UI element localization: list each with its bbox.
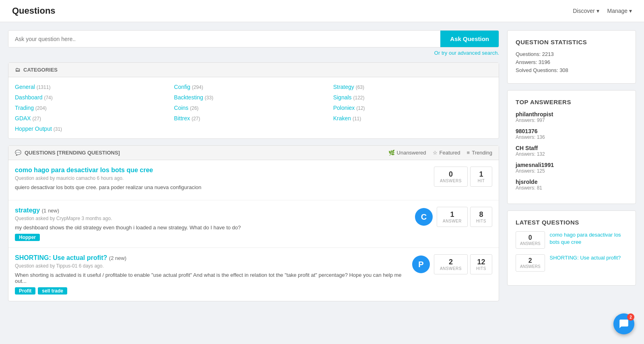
latest-answers-count: 2: [520, 257, 541, 264]
answerer-count: Answers: 136: [516, 134, 627, 140]
sidebar: QUESTION STATISTICS Questions: 2213 Answ…: [507, 30, 636, 308]
question-tags: Profit sell trade: [15, 287, 406, 295]
category-item[interactable]: Hopper Output (31): [15, 126, 174, 132]
category-link[interactable]: Backtesting: [174, 94, 203, 101]
answers-stat: 2 ANSWERS: [434, 254, 468, 274]
page-title: Questions: [12, 6, 56, 16]
category-item[interactable]: Bittrex (27): [174, 115, 333, 122]
category-link[interactable]: General: [15, 84, 35, 90]
latest-question-title[interactable]: como hago para desactivar los bots que c…: [550, 231, 627, 246]
answerer-name[interactable]: 9801376: [516, 128, 627, 134]
header-nav: Discover ▾ Manage ▾: [573, 8, 632, 14]
category-count: (11): [353, 116, 361, 122]
answers-stat: 0 ANSWERS: [434, 167, 468, 187]
question-content: como hago para desactivar los bots que c…: [15, 167, 201, 194]
category-count: (74): [44, 95, 52, 101]
category-link[interactable]: Poloniex: [333, 105, 355, 111]
hits-count: 8: [476, 210, 486, 219]
latest-answers-label: ANSWERS: [520, 241, 541, 246]
question-tags: Hopper: [15, 234, 241, 241]
answerer-name[interactable]: hjsrolde: [516, 179, 627, 185]
category-count: (27): [33, 116, 41, 122]
answerer-count: Answers: 132: [516, 151, 627, 157]
questions-filters: 🌿 Unanswered ☆ Featured ≡ Trending: [388, 150, 492, 156]
answers-stat-row: Answers: 3196: [516, 59, 627, 65]
questions-section: 💬 QUESTIONS [TRENDING QUESTIONS] 🌿 Unans…: [8, 145, 499, 301]
category-item[interactable]: Poloniex (12): [333, 105, 492, 111]
answerer-name[interactable]: jamesnali1991: [516, 162, 627, 168]
list-icon: ≡: [467, 150, 470, 156]
latest-stat-box: 0 ANSWERS: [516, 231, 545, 249]
main-content: Ask Question Or try our advanced search.…: [8, 30, 499, 308]
question-title[interactable]: como hago para desactivar los bots que c…: [15, 167, 201, 174]
category-count: (1311): [37, 84, 51, 90]
answerer-item: CH Staff Answers: 132: [516, 145, 627, 157]
category-link[interactable]: Hopper Output: [15, 126, 52, 132]
question-title-row: strategy (1 new) Question asked by CrypM…: [15, 207, 492, 241]
latest-question-item: 2 ANSWERS SHORTING: Use actual profit?: [516, 254, 627, 272]
manage-nav[interactable]: Manage ▾: [607, 8, 632, 14]
answerer-item: hjsrolde Answers: 81: [516, 179, 627, 191]
category-link[interactable]: Bittrex: [174, 115, 190, 122]
ask-question-button[interactable]: Ask Question: [440, 31, 499, 47]
advanced-search-link[interactable]: Or try our advanced search.: [8, 50, 499, 56]
filter-trending[interactable]: ≡ Trending: [467, 150, 492, 156]
category-item[interactable]: Trading (204): [15, 105, 174, 111]
category-link[interactable]: Coins: [174, 105, 188, 111]
avatar: P: [412, 255, 430, 273]
question-item: strategy (1 new) Question asked by CrypM…: [8, 200, 499, 248]
category-link[interactable]: Signals: [333, 94, 352, 101]
category-item[interactable]: GDAX (27): [15, 115, 174, 122]
category-item[interactable]: Strategy (63): [333, 84, 492, 90]
category-link[interactable]: Strategy: [333, 84, 354, 90]
category-item[interactable]: General (1311): [15, 84, 174, 90]
hits-stat: 1 HIT: [470, 167, 492, 187]
question-item: SHORTING: Use actual profit? (2 new) Que…: [8, 248, 499, 301]
question-title[interactable]: SHORTING: Use actual profit? (2 new): [15, 254, 406, 262]
category-link[interactable]: Kraken: [333, 115, 351, 122]
search-input[interactable]: [8, 31, 440, 47]
tag[interactable]: Profit: [15, 287, 35, 295]
tag[interactable]: sell trade: [38, 287, 67, 295]
category-count: (33): [205, 95, 213, 101]
category-count: (31): [54, 126, 62, 132]
hits-count: 12: [476, 258, 486, 266]
answerer-name[interactable]: CH Staff: [516, 145, 627, 151]
latest-question-title[interactable]: SHORTING: Use actual profit?: [550, 254, 621, 262]
category-link[interactable]: GDAX: [15, 115, 31, 122]
category-link[interactable]: Config: [174, 84, 190, 90]
folder-icon: 🗂: [15, 67, 20, 73]
filter-featured[interactable]: ☆ Featured: [433, 150, 460, 156]
question-title[interactable]: strategy (1 new): [15, 207, 241, 214]
discover-nav[interactable]: Discover ▾: [573, 8, 599, 14]
questions-stat: Questions: 2213: [516, 51, 627, 57]
category-item[interactable]: Coins (26): [174, 105, 333, 111]
answerer-count: Answers: 125: [516, 168, 627, 174]
category-item[interactable]: Signals (122): [333, 94, 492, 101]
category-item[interactable]: Kraken (11): [333, 115, 492, 122]
search-bar: Ask Question: [8, 30, 499, 47]
question-content: strategy (1 new) Question asked by CrypM…: [15, 207, 241, 241]
filter-unanswered[interactable]: 🌿 Unanswered: [388, 150, 426, 156]
category-item[interactable]: Dashboard (74): [15, 94, 174, 101]
page-layout: Ask Question Or try our advanced search.…: [0, 22, 644, 316]
question-excerpt: When shorting is activated is it useful …: [15, 272, 406, 284]
question-excerpt: quiero desactivar los bots que cree. par…: [15, 184, 201, 190]
category-count: (204): [35, 105, 47, 111]
answerer-name[interactable]: philanthropist: [516, 111, 627, 117]
answerer-item: philanthropist Answers: 997: [516, 111, 627, 123]
category-count: (63): [356, 84, 364, 90]
hits-stat: 12 HITS: [470, 254, 492, 274]
category-count: (12): [356, 105, 365, 111]
category-item[interactable]: Config (294): [174, 84, 333, 90]
categories-grid: General (1311) Config (294) Strategy (63…: [8, 77, 499, 138]
question-right: C 1 ANSWER 8 HITS: [415, 207, 492, 227]
category-item[interactable]: Backtesting (33): [174, 94, 333, 101]
question-meta: Question asked by Tippus-01 6 days ago.: [15, 263, 406, 269]
latest-questions-card: LATEST QUESTIONS 0 ANSWERS como hago par…: [507, 210, 636, 286]
category-link[interactable]: Dashboard: [15, 94, 43, 101]
tag[interactable]: Hopper: [15, 234, 40, 241]
star-icon: ☆: [433, 150, 438, 156]
question-stats-box: 1 ANSWER 8 HITS: [437, 207, 492, 227]
category-link[interactable]: Trading: [15, 105, 34, 111]
